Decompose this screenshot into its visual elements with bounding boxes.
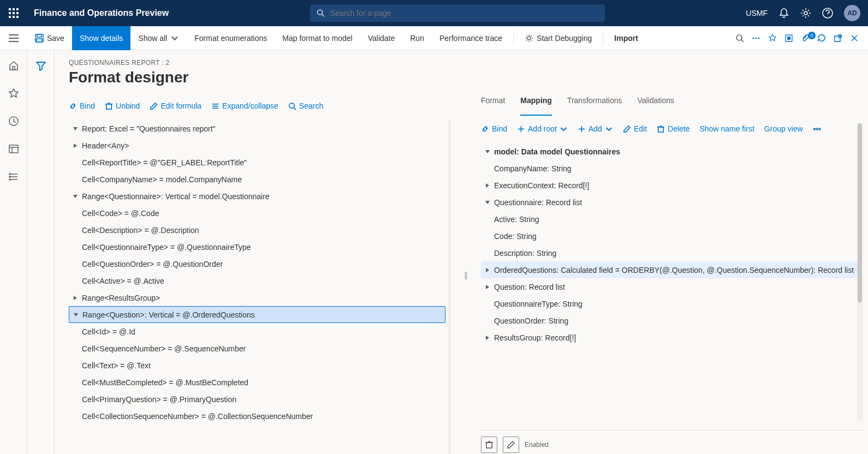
- svg-point-19: [527, 37, 531, 40]
- expand-collapse-button[interactable]: Expand/collapse: [211, 101, 278, 110]
- svg-rect-42: [106, 104, 111, 109]
- legal-entity[interactable]: USMF: [746, 9, 768, 17]
- format-bind-button[interactable]: Bind: [69, 101, 95, 110]
- rail-recent-icon[interactable]: [8, 116, 19, 128]
- app-launcher[interactable]: [0, 8, 27, 19]
- filter-icon[interactable]: [36, 61, 46, 454]
- tree-node[interactable]: Cell<Code> = @.Code: [69, 205, 445, 222]
- svg-rect-5: [16, 12, 19, 14]
- pencil-icon: [507, 441, 515, 449]
- tree-node[interactable]: Question: Record list: [481, 278, 859, 295]
- overflow-button[interactable]: [748, 34, 764, 43]
- svg-rect-6: [9, 16, 11, 18]
- tree-node[interactable]: OrderedQuestions: Calculated field = ORD…: [481, 261, 859, 278]
- tree-node[interactable]: Active: String: [481, 211, 859, 228]
- mapping-bind-button[interactable]: Bind: [481, 124, 507, 133]
- save-button[interactable]: Save: [27, 26, 72, 50]
- tree-node[interactable]: Cell<Text> = @.Text: [69, 357, 445, 374]
- chevron-down-icon: [170, 34, 179, 43]
- format-unbind-button[interactable]: Unbind: [105, 101, 140, 110]
- show-all-button[interactable]: Show all: [130, 26, 187, 50]
- gear-icon[interactable]: [800, 8, 811, 19]
- edit-formula-button[interactable]: Edit formula: [150, 101, 201, 110]
- tree-node[interactable]: Cell<CompanyName> = model.CompanyName: [69, 171, 445, 188]
- tree-node-label: Cell<PrimaryQuestion> = @.PrimaryQuestio…: [82, 395, 236, 404]
- help-icon[interactable]: [822, 8, 833, 19]
- attachments-button[interactable]: 0: [797, 34, 813, 43]
- popout-button[interactable]: [830, 34, 846, 43]
- svg-rect-7: [13, 16, 15, 18]
- tree-node[interactable]: Range<Question>: Vertical = @.OrderedQue…: [69, 306, 445, 323]
- tree-node[interactable]: QuestionOrder: String: [481, 312, 859, 329]
- tab-transformations[interactable]: Transformations: [567, 96, 622, 116]
- tree-node[interactable]: Report: Excel = "Questionnaires report": [69, 120, 445, 137]
- tree-node[interactable]: Range<ResultsGroup>: [69, 289, 445, 306]
- show-details-button[interactable]: Show details: [72, 26, 130, 50]
- tab-mapping[interactable]: Mapping: [520, 96, 552, 116]
- tree-node[interactable]: ResultsGroup: Record[!]: [481, 329, 859, 346]
- tree-node[interactable]: Cell<SequenceNumber> = @.SequenceNumber: [69, 340, 445, 357]
- tree-node-label: QuestionnaireType: String: [494, 300, 582, 308]
- show-name-first-button[interactable]: Show name first: [699, 124, 754, 133]
- tree-node[interactable]: Cell<QuestionnaireType> = @.Questionnair…: [69, 238, 445, 255]
- performance-trace-button[interactable]: Performance trace: [432, 26, 510, 50]
- validate-button[interactable]: Validate: [360, 26, 403, 50]
- tree-node-label: Header<Any>: [82, 141, 129, 150]
- tree-node[interactable]: Description: String: [481, 244, 859, 261]
- feedback-icon[interactable]: [764, 34, 781, 43]
- tab-validations[interactable]: Validations: [638, 96, 674, 116]
- tree-node-label: Active: String: [494, 215, 539, 224]
- tree-node[interactable]: Cell<CollectionSequenceNumber> = @.Colle…: [69, 408, 445, 425]
- svg-rect-31: [13, 67, 15, 70]
- mapping-overflow-button[interactable]: [813, 125, 821, 133]
- tab-format[interactable]: Format: [481, 96, 505, 116]
- scrollbar[interactable]: [857, 123, 863, 421]
- edit-button[interactable]: Edit: [623, 124, 647, 133]
- rail-workspaces-icon[interactable]: [8, 144, 19, 156]
- group-view-button[interactable]: Group view: [764, 124, 803, 133]
- tree-node[interactable]: Questionnaire: Record list: [481, 194, 859, 211]
- splitter[interactable]: ‖: [463, 96, 468, 454]
- action-search-button[interactable]: [732, 34, 748, 43]
- map-format-button[interactable]: Map format to model: [275, 26, 360, 50]
- add-button[interactable]: Add: [578, 124, 613, 133]
- tree-node[interactable]: Cell<ReportTitle> = @"GER_LABEL:ReportTi…: [69, 154, 445, 171]
- tree-node[interactable]: Cell<MustBeCompleted> = @.MustBeComplete…: [69, 374, 445, 391]
- rail-modules-icon[interactable]: [8, 171, 19, 184]
- tree-node[interactable]: CompanyName: String: [481, 160, 859, 177]
- tree-node-label: Report: Excel = "Questionnaires report": [82, 124, 216, 133]
- tree-node[interactable]: QuestionnaireType: String: [481, 295, 859, 312]
- import-button[interactable]: Import: [607, 26, 646, 50]
- office-icon[interactable]: [781, 34, 797, 43]
- run-button[interactable]: Run: [402, 26, 432, 50]
- format-enumerations-button[interactable]: Format enumerations: [187, 26, 275, 50]
- rail-home-icon[interactable]: [8, 60, 19, 73]
- tree-node[interactable]: Cell<Id> = @.Id: [69, 323, 445, 340]
- mapping-tree[interactable]: model: Data model QuestionnairesCompanyN…: [481, 143, 863, 430]
- search-input[interactable]: [330, 9, 598, 17]
- footer-edit-button[interactable]: [503, 437, 519, 453]
- rail-favorites-icon[interactable]: [8, 88, 19, 100]
- global-search[interactable]: [310, 4, 605, 22]
- add-root-button[interactable]: Add root: [517, 124, 568, 133]
- tree-node[interactable]: Header<Any>: [69, 137, 445, 154]
- svg-marker-54: [74, 313, 78, 316]
- tree-node[interactable]: Cell<QuestionOrder> = @.QuestionOrder: [69, 255, 445, 272]
- format-tree[interactable]: Report: Excel = "Questionnaires report"H…: [69, 120, 450, 454]
- format-search-button[interactable]: Search: [288, 101, 323, 110]
- refresh-button[interactable]: [813, 34, 830, 43]
- delete-button[interactable]: Delete: [657, 124, 689, 133]
- tree-node[interactable]: ExecutionContext: Record[!]: [481, 177, 859, 194]
- tree-node[interactable]: Range<Questionnaire>: Vertical = model.Q…: [69, 188, 445, 205]
- menu-toggle[interactable]: [0, 34, 27, 42]
- footer-delete-button[interactable]: [481, 437, 497, 453]
- tree-node[interactable]: Cell<Active> = @.Active: [69, 272, 445, 289]
- notifications-icon[interactable]: [778, 8, 789, 19]
- tree-node[interactable]: model: Data model Questionnaires: [481, 143, 859, 160]
- close-button[interactable]: [846, 34, 863, 43]
- tree-node[interactable]: Cell<Description> = @.Description: [69, 222, 445, 238]
- start-debugging-button[interactable]: Start Debugging: [517, 26, 599, 50]
- user-avatar[interactable]: AD: [844, 5, 860, 21]
- tree-node[interactable]: Cell<PrimaryQuestion> = @.PrimaryQuestio…: [69, 391, 445, 408]
- tree-node[interactable]: Code: String: [481, 228, 859, 244]
